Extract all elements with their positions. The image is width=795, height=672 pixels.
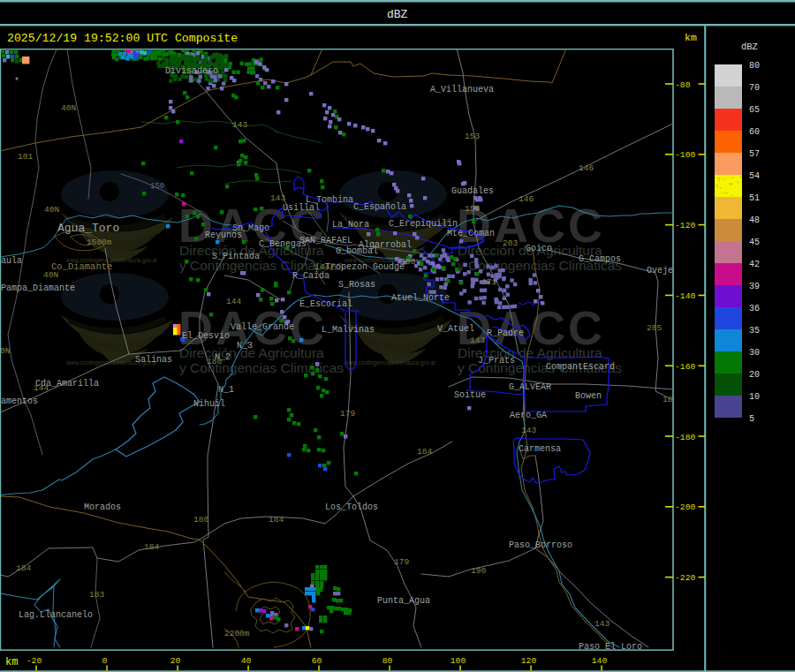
- svg-text:N_3: N_3: [237, 341, 253, 351]
- svg-text:L_Malvinas: L_Malvinas: [322, 325, 375, 335]
- svg-text:R_Padre: R_Padre: [487, 328, 524, 338]
- svg-text:G_ALVEAR: G_ALVEAR: [509, 382, 551, 392]
- svg-text:Morados: Morados: [84, 502, 121, 512]
- svg-text:Nihuil: Nihuil: [193, 399, 225, 409]
- svg-text:40N: 40N: [44, 205, 59, 215]
- svg-text:Atuel_Norte: Atuel_Norte: [391, 293, 450, 303]
- svg-text:-20: -20: [26, 656, 42, 666]
- svg-text:S_Pintada: S_Pintada: [212, 252, 260, 261]
- svg-text:45: 45: [749, 238, 760, 247]
- svg-text:42: 42: [749, 260, 760, 269]
- svg-text:-200: -200: [675, 502, 695, 512]
- svg-text:80: 80: [382, 656, 393, 666]
- svg-text:203: 203: [503, 238, 518, 248]
- svg-text:Carmensa: Carmensa: [519, 444, 561, 454]
- svg-text:Guadales: Guadales: [451, 186, 494, 196]
- svg-text:57: 57: [749, 149, 760, 159]
- svg-text:G_bombal: G_bombal: [336, 246, 378, 256]
- svg-text:Divisadero: Divisadero: [165, 66, 218, 76]
- svg-text:*: *: [14, 77, 19, 87]
- svg-text:70: 70: [749, 83, 760, 93]
- svg-text:101: 101: [18, 152, 33, 162]
- svg-text:-80: -80: [675, 80, 691, 90]
- svg-text:1500m: 1500m: [87, 238, 112, 247]
- svg-text:G_Campos: G_Campos: [579, 254, 621, 264]
- svg-text:144: 144: [34, 383, 49, 393]
- svg-text:40: 40: [241, 656, 252, 666]
- svg-text:dBZ: dBZ: [387, 8, 408, 21]
- svg-text:20: 20: [170, 656, 181, 666]
- svg-text:N_1: N_1: [218, 385, 234, 395]
- svg-text:120: 120: [521, 656, 537, 666]
- svg-text:180: 180: [193, 515, 208, 525]
- svg-text:30: 30: [749, 348, 760, 358]
- svg-text:Reyunos: Reyunos: [205, 230, 242, 240]
- svg-text:-220: -220: [675, 573, 695, 583]
- svg-text:35: 35: [749, 326, 760, 336]
- svg-text:144: 144: [314, 262, 329, 272]
- svg-text:183: 183: [89, 590, 104, 600]
- svg-text:Mte_Coman: Mte_Coman: [447, 229, 495, 238]
- svg-text:51: 51: [749, 193, 760, 203]
- svg-text:40N: 40N: [43, 270, 58, 280]
- svg-text:amentos: amentos: [1, 396, 38, 406]
- svg-text:2200m: 2200m: [224, 629, 250, 638]
- svg-text:205: 205: [647, 323, 662, 333]
- svg-text:-120: -120: [675, 221, 695, 230]
- svg-text:La_Nora: La_Nora: [332, 220, 369, 230]
- svg-text:2025/12/19 19:52:00 UTC Compos: 2025/12/19 19:52:00 UTC Composite: [7, 32, 238, 45]
- svg-text:179: 179: [340, 409, 355, 419]
- svg-text:36: 36: [749, 304, 760, 313]
- svg-text:190: 190: [471, 566, 486, 576]
- svg-text:Usillal: Usillal: [283, 203, 320, 213]
- svg-text:Paso_Borroso: Paso_Borroso: [509, 540, 572, 550]
- svg-text:V_Atuel: V_Atuel: [437, 324, 474, 334]
- svg-text:Valle_Grande: Valle_Grande: [231, 322, 294, 332]
- svg-text:Pampa_Diamante: Pampa_Diamante: [1, 283, 75, 293]
- svg-text:143: 143: [270, 193, 285, 203]
- svg-text:150: 150: [150, 182, 164, 191]
- svg-text:SAN_RAFAEL: SAN_RAFAEL: [299, 236, 352, 245]
- svg-text:0N: 0N: [0, 346, 10, 356]
- svg-text:El_Desvio: El_Desvio: [182, 331, 230, 341]
- svg-text:143: 143: [521, 426, 536, 435]
- svg-text:40N: 40N: [61, 103, 76, 113]
- svg-text:E_Escorial: E_Escorial: [299, 299, 352, 309]
- svg-text:65: 65: [749, 105, 760, 115]
- svg-text:153: 153: [465, 204, 480, 214]
- svg-text:-140: -140: [675, 291, 695, 301]
- svg-text:aula: aula: [1, 256, 22, 266]
- svg-text:Punta_Agua: Punta_Agua: [377, 596, 430, 606]
- svg-text:171: 171: [481, 277, 496, 287]
- svg-text:18: 18: [662, 395, 673, 404]
- svg-text:140: 140: [592, 656, 608, 666]
- svg-text:54: 54: [749, 171, 760, 181]
- svg-text:10: 10: [749, 392, 760, 402]
- svg-text:-160: -160: [675, 362, 695, 372]
- svg-text:60: 60: [749, 127, 760, 137]
- svg-text:80: 80: [749, 61, 760, 71]
- svg-text:Agua_Toro: Agua_Toro: [57, 222, 119, 235]
- svg-text:J_Prats: J_Prats: [478, 356, 515, 366]
- svg-text:A_Villanueva: A_Villanueva: [430, 85, 494, 94]
- svg-text:184: 184: [16, 563, 31, 573]
- svg-text:0: 0: [102, 656, 108, 666]
- svg-text:5: 5: [749, 414, 754, 424]
- svg-text:km: km: [685, 32, 697, 43]
- svg-text:Tropezon Goudge: Tropezon Goudge: [325, 262, 405, 272]
- svg-text:C_Benegas: C_Benegas: [259, 239, 307, 249]
- svg-text:CompantEscard: CompantEscard: [546, 362, 615, 372]
- svg-text:143: 143: [470, 336, 485, 345]
- svg-text:-100: -100: [675, 150, 695, 160]
- svg-text:153: 153: [465, 132, 480, 141]
- svg-text:180: 180: [207, 357, 222, 366]
- svg-text:km: km: [5, 656, 18, 668]
- svg-text:60: 60: [312, 656, 322, 666]
- svg-text:184: 184: [417, 447, 432, 457]
- svg-text:-180: -180: [675, 433, 695, 442]
- svg-text:143: 143: [594, 619, 610, 629]
- svg-text:20: 20: [749, 370, 760, 380]
- svg-text:Co_Diamante: Co_Diamante: [51, 261, 112, 272]
- svg-text:184: 184: [144, 542, 159, 552]
- svg-text:146: 146: [579, 163, 594, 173]
